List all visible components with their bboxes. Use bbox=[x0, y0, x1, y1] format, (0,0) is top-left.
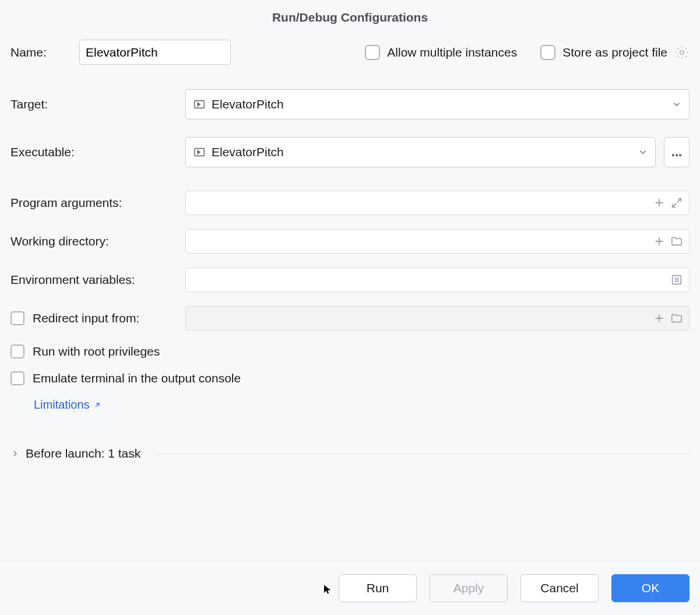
allow-multiple-label: Allow multiple instances bbox=[387, 45, 517, 59]
program-args-label: Program arguments: bbox=[10, 196, 185, 210]
store-project-checkbox[interactable] bbox=[540, 45, 555, 60]
plus-icon bbox=[653, 312, 666, 325]
working-dir-label: Working directory: bbox=[10, 234, 185, 248]
executable-select[interactable]: ElevatorPitch bbox=[185, 137, 656, 167]
section-divider bbox=[154, 454, 690, 454]
store-project-label: Store as project file bbox=[562, 45, 667, 59]
program-args-field[interactable] bbox=[185, 191, 690, 215]
cancel-button[interactable]: Cancel bbox=[520, 574, 599, 602]
target-icon bbox=[193, 98, 206, 111]
plus-icon[interactable] bbox=[653, 235, 666, 248]
program-args-input[interactable] bbox=[192, 196, 648, 209]
before-launch-header[interactable]: Before launch: 1 task bbox=[26, 447, 140, 461]
svg-point-0 bbox=[680, 50, 684, 54]
redirect-input-label: Redirect input from: bbox=[33, 311, 139, 325]
chevron-down-icon bbox=[671, 99, 682, 110]
allow-multiple-checkbox[interactable] bbox=[365, 45, 380, 60]
root-privileges-label: Run with root privileges bbox=[33, 345, 160, 359]
gear-icon[interactable] bbox=[674, 45, 690, 60]
executable-label: Executable: bbox=[10, 145, 185, 159]
env-vars-input[interactable] bbox=[192, 273, 666, 286]
limitations-link[interactable]: Limitations bbox=[34, 398, 101, 412]
expand-icon[interactable] bbox=[670, 196, 683, 209]
folder-icon[interactable] bbox=[670, 235, 683, 248]
emulate-terminal-label: Emulate terminal in the output console bbox=[33, 371, 241, 385]
redirect-input-input bbox=[192, 312, 648, 325]
plus-icon[interactable] bbox=[653, 196, 666, 209]
redirect-input-field bbox=[185, 306, 690, 331]
limitations-label: Limitations bbox=[34, 398, 90, 412]
name-input[interactable] bbox=[79, 40, 231, 65]
chevron-down-icon bbox=[638, 147, 648, 157]
env-vars-label: Environment variables: bbox=[10, 273, 185, 287]
working-dir-input[interactable] bbox=[192, 235, 648, 248]
target-select[interactable]: ElevatorPitch bbox=[185, 89, 690, 120]
external-link-icon bbox=[93, 401, 101, 409]
executable-icon bbox=[193, 146, 206, 159]
run-button[interactable]: Run bbox=[339, 574, 417, 602]
dialog-title: Run/Debug Configurations bbox=[0, 0, 700, 30]
working-dir-field[interactable] bbox=[185, 229, 690, 254]
executable-browse-button[interactable]: ... bbox=[664, 137, 690, 167]
list-icon[interactable] bbox=[670, 273, 683, 286]
ok-button[interactable]: OK bbox=[611, 574, 690, 602]
root-privileges-checkbox[interactable] bbox=[10, 345, 24, 359]
env-vars-field[interactable] bbox=[185, 268, 690, 292]
target-value: ElevatorPitch bbox=[212, 97, 671, 111]
executable-value: ElevatorPitch bbox=[212, 145, 638, 159]
folder-icon bbox=[670, 312, 683, 325]
target-label: Target: bbox=[10, 97, 185, 111]
apply-button[interactable]: Apply bbox=[430, 574, 508, 602]
name-label: Name: bbox=[10, 45, 79, 59]
chevron-right-icon[interactable] bbox=[10, 449, 20, 458]
redirect-input-checkbox[interactable] bbox=[10, 311, 24, 325]
emulate-terminal-checkbox[interactable] bbox=[10, 371, 24, 385]
